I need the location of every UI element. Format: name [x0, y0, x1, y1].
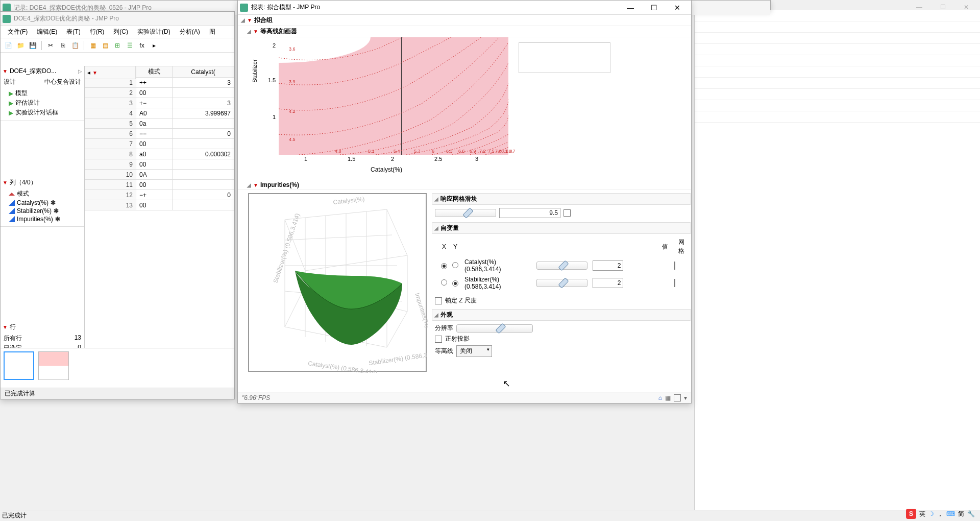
crosshair[interactable]	[401, 37, 402, 155]
resolution-slider[interactable]	[456, 324, 533, 333]
appear-title: 外观	[440, 311, 453, 319]
dropdown-icon[interactable]: ▾	[684, 394, 687, 401]
disclosure-icon[interactable]: ◢	[241, 17, 245, 23]
y-axis-title: Stabilizer	[252, 59, 258, 82]
y-radio[interactable]	[452, 280, 458, 287]
toolbar[interactable]: 📄 📁 💾 ✂ ⎘ 📋 ▦ ▤ ⊞ ☰ fx ▸	[1, 38, 234, 53]
ortho-check[interactable]	[435, 336, 442, 343]
report-title: 报表: 拟合模型 - JMP Pro	[251, 3, 619, 12]
tb-grid2[interactable]: ▤	[100, 40, 111, 51]
y-radio[interactable]	[452, 262, 458, 268]
contour-plot[interactable]: Stabilizer 21.51 3.63.94.24.54.85.15.45.…	[248, 37, 691, 180]
response-value[interactable]	[499, 208, 560, 218]
disclosure-icon[interactable]: ▼	[3, 180, 8, 185]
tb-save[interactable]: 💾	[27, 40, 38, 51]
menu-graph[interactable]: 图	[205, 27, 219, 37]
response-check[interactable]	[564, 209, 571, 217]
tb-new[interactable]: 📄	[3, 40, 14, 51]
tb-grid4[interactable]: ☰	[124, 40, 135, 51]
surface-plot-3d[interactable]: Catalyst(%) Stabilizer(%) (0.586,3.414) …	[248, 193, 427, 372]
menu-analyze[interactable]: 分析(A)	[176, 27, 204, 37]
thumbnail-2[interactable]	[38, 351, 69, 380]
ime-mode[interactable]: 简	[958, 510, 964, 518]
tb-grid1[interactable]: ▦	[87, 40, 99, 51]
report-window[interactable]: 报表: 拟合模型 - JMP Pro — ☐ ✕ ◢ ▼ 拟合组 ◢ ▼ 等高线…	[237, 0, 692, 404]
contour-legend[interactable]	[519, 42, 610, 73]
disclosure-icon[interactable]: ◢	[247, 182, 251, 188]
tb-grid3[interactable]: ⊞	[112, 40, 123, 51]
column-item[interactable]: Impurities(%)✱	[9, 215, 82, 223]
column-item[interactable]: Stabilizer(%)✱	[9, 207, 82, 215]
shell-close[interactable]: ✕	[954, 0, 978, 14]
response-slider[interactable]	[435, 209, 496, 217]
play-icon[interactable]: ▷	[78, 68, 82, 74]
grid-check[interactable]	[674, 262, 675, 270]
tb-cut[interactable]: ✂	[45, 40, 56, 51]
x-axis-title: Catalyst(%)	[371, 166, 402, 173]
rows-panel-title: 行	[10, 323, 82, 331]
close-button[interactable]: ✕	[666, 1, 689, 15]
grid-check[interactable]	[674, 279, 675, 287]
col-header-mode[interactable]: 模式	[136, 66, 173, 78]
ime-punct[interactable]: ，	[937, 510, 943, 518]
menu-cols[interactable]: 列(C)	[109, 27, 132, 37]
ime-moon-icon[interactable]: ☽	[928, 510, 934, 517]
script-item-model[interactable]: ▶模型	[9, 88, 82, 98]
app-icon	[240, 4, 248, 12]
data-grid[interactable]: ◂▼ 模式 Catalyst( 1++32003+−34A03.99969750…	[85, 66, 234, 384]
x-radio[interactable]	[441, 263, 447, 269]
impurities-title: Impurities(%)	[260, 181, 299, 188]
svg-line-8	[285, 235, 392, 240]
ime-keyboard-icon[interactable]: ⌨	[946, 510, 955, 517]
left-panel: ▼ DOE4_探索DO... ▷ 设计 中心复合设计 ▶模型 ▶评估设计 ▶实验…	[1, 66, 85, 384]
ime-tool-icon[interactable]: 🔧	[967, 510, 975, 517]
tb-open[interactable]: 📁	[15, 40, 26, 51]
svg-text:Stabilizer(%) (0.586,3.414): Stabilizer(%) (0.586,3.414)	[368, 349, 428, 367]
column-item[interactable]: Catalyst(%)✱	[9, 199, 82, 207]
design-label: 设计	[4, 78, 16, 86]
var-slider[interactable]	[536, 262, 587, 270]
hotspot-icon[interactable]: ▼	[247, 17, 252, 23]
tb-paste[interactable]: 📋	[69, 40, 81, 51]
surface-controls: ◢响应网格滑块 ◢自变量 X Y 值	[432, 193, 691, 372]
maximize-button[interactable]: ☐	[642, 1, 666, 15]
tb-copy[interactable]: ⎘	[57, 40, 68, 51]
var-slider[interactable]	[536, 279, 587, 287]
shell-minimize[interactable]: —	[908, 0, 931, 14]
disclosure-icon[interactable]: ▼	[3, 324, 8, 330]
layout-icon[interactable]: ▦	[665, 394, 671, 401]
menu-table[interactable]: 表(T)	[62, 27, 84, 37]
var-value[interactable]	[593, 260, 623, 271]
script-item-eval[interactable]: ▶评估设计	[9, 98, 82, 108]
data-title: DOE4_探索DOE优化的奥秘 - JMP Pro	[14, 14, 232, 23]
shell-maximize[interactable]: ☐	[931, 0, 954, 14]
menu-doe[interactable]: 实验设计(D)	[133, 27, 175, 37]
menu-edit[interactable]: 编辑(E)	[33, 27, 61, 37]
var-value[interactable]	[593, 278, 623, 288]
thumbnail-1[interactable]	[4, 351, 34, 380]
ime-lang[interactable]: 英	[919, 510, 925, 518]
col-header-catalyst[interactable]: Catalyst(	[172, 66, 234, 78]
tb-next[interactable]: ▸	[149, 40, 160, 51]
home-icon[interactable]: ⌂	[658, 394, 662, 401]
minimize-button[interactable]: —	[619, 1, 642, 15]
menu-file[interactable]: 文件(F)	[4, 27, 32, 37]
sogou-ime-icon[interactable]: S	[906, 509, 916, 519]
tb-fx[interactable]: fx	[136, 40, 148, 51]
contour-surface[interactable]: 3.63.94.24.54.85.15.45.766.36.66.97.27.5…	[279, 37, 508, 155]
hotspot-icon[interactable]: ▼	[253, 182, 258, 188]
menubar[interactable]: 文件(F) 编辑(E) 表(T) 行(R) 列(C) 实验设计(D) 分析(A)…	[1, 26, 234, 38]
column-item[interactable]: 模式	[9, 189, 82, 199]
status-check[interactable]	[674, 394, 681, 401]
datatable-window[interactable]: DOE4_探索DOE优化的奥秘 - JMP Pro 文件(F) 编辑(E) 表(…	[0, 11, 235, 399]
disclosure-icon[interactable]: ▼	[3, 68, 8, 74]
x-radio[interactable]	[441, 279, 447, 286]
menu-rows[interactable]: 行(R)	[86, 27, 109, 37]
contour-title: 等高线刻画器	[260, 27, 297, 36]
lockz-check[interactable]	[435, 297, 442, 304]
script-item-dialog[interactable]: ▶实验设计对话框	[9, 108, 82, 117]
fit-group-title: 拟合组	[254, 16, 273, 25]
hotspot-icon[interactable]: ▼	[253, 29, 258, 34]
contour-combo[interactable]: 关闭	[456, 345, 492, 357]
disclosure-icon[interactable]: ◢	[247, 29, 251, 34]
